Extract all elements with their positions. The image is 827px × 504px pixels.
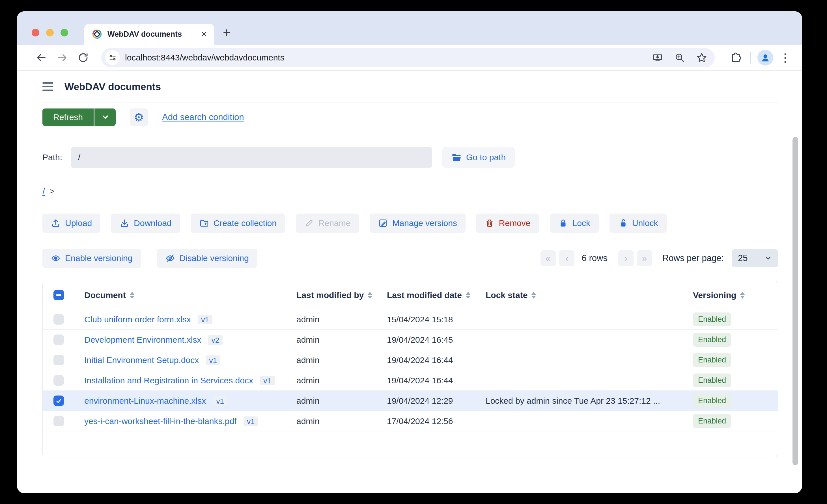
eye-slash-icon xyxy=(165,254,175,263)
path-input[interactable] xyxy=(71,147,432,168)
column-header-versioning[interactable]: Versioning xyxy=(693,290,778,300)
column-header-lock-state[interactable]: Lock state xyxy=(486,290,693,300)
last-modified-by: admin xyxy=(296,376,387,385)
profile-avatar[interactable] xyxy=(758,50,773,65)
page-scrollbar[interactable] xyxy=(792,137,798,465)
table-row[interactable]: yes-i-can-worksheet-fill-in-the-blanks.p… xyxy=(43,411,778,431)
zoom-window-button[interactable] xyxy=(60,29,68,37)
check-icon xyxy=(55,397,62,404)
prev-page-button[interactable]: ‹ xyxy=(559,250,574,266)
refresh-button[interactable]: Refresh xyxy=(42,109,94,126)
create-collection-button[interactable]: Create collection xyxy=(191,214,285,233)
lock-state: Locked by admin since Tue Apr 23 15:27:1… xyxy=(486,396,693,406)
column-header-document[interactable]: Document xyxy=(84,290,296,300)
minimize-window-button[interactable] xyxy=(46,29,54,37)
lock-button[interactable]: Lock xyxy=(550,214,599,233)
version-badge[interactable]: v2 xyxy=(208,335,223,345)
rename-button[interactable]: Rename xyxy=(296,214,359,233)
back-icon[interactable] xyxy=(35,51,48,64)
document-link[interactable]: Development Environment.xlsx xyxy=(84,335,201,344)
rows-count: 6 rows xyxy=(582,253,607,263)
sort-icon[interactable] xyxy=(130,292,134,299)
breadcrumb-root-link[interactable]: / xyxy=(42,186,45,197)
document-link[interactable]: environment-Linux-machine.xlsx xyxy=(84,396,206,405)
add-search-condition-link[interactable]: Add search condition xyxy=(162,112,244,122)
document-link[interactable]: Club uniform order form.xlsx xyxy=(84,315,191,324)
version-badge[interactable]: v1 xyxy=(198,315,212,324)
chevron-down-icon xyxy=(765,255,772,262)
close-window-button[interactable] xyxy=(32,29,39,37)
unlock-button[interactable]: Unlock xyxy=(610,214,667,233)
breadcrumb: / > xyxy=(42,185,778,197)
install-app-icon[interactable] xyxy=(651,51,664,64)
next-page-button[interactable]: › xyxy=(618,250,634,266)
address-bar[interactable]: localhost:8443/webdav/webdavdocuments xyxy=(101,48,715,67)
row-checkbox[interactable] xyxy=(53,395,64,406)
bookmark-star-icon[interactable] xyxy=(695,51,708,64)
go-to-path-button[interactable]: Go to path xyxy=(442,147,515,168)
column-header-modified-date[interactable]: Last modified date xyxy=(387,290,486,300)
manage-versions-button[interactable]: Manage versions xyxy=(370,214,465,233)
row-checkbox[interactable] xyxy=(53,314,64,325)
url-text[interactable]: localhost:8443/webdav/webdavdocuments xyxy=(125,53,642,62)
upload-button[interactable]: Upload xyxy=(42,214,100,233)
close-tab-icon[interactable]: × xyxy=(201,29,207,39)
browser-toolbar: localhost:8443/webdav/webdavdocuments xyxy=(17,45,802,71)
rows-per-page-select[interactable]: 25 xyxy=(732,249,778,267)
select-all-checkbox[interactable] xyxy=(53,290,64,300)
reload-icon[interactable] xyxy=(77,51,90,64)
table-row[interactable]: Development Environment.xlsx v2 admin 19… xyxy=(43,330,778,350)
browser-tab[interactable]: WebDAV documents × xyxy=(84,24,214,45)
lock-icon xyxy=(558,218,568,228)
sort-icon[interactable] xyxy=(466,292,470,299)
trash-icon xyxy=(485,218,494,228)
column-header-modified-by[interactable]: Last modified by xyxy=(296,290,387,300)
last-modified-date: 15/04/2024 15:18 xyxy=(387,315,486,324)
pagination: « ‹ 6 rows › » Rows per page: 25 xyxy=(537,249,778,267)
row-checkbox[interactable] xyxy=(53,416,64,426)
sort-icon[interactable] xyxy=(740,292,745,299)
last-modified-date: 19/04/2024 16:44 xyxy=(387,376,486,385)
last-page-button[interactable]: » xyxy=(637,250,652,266)
menu-hamburger-icon[interactable] xyxy=(42,82,53,91)
first-page-button[interactable]: « xyxy=(540,250,556,266)
row-checkbox[interactable] xyxy=(53,375,64,386)
document-link[interactable]: yes-i-can-worksheet-fill-in-the-blanks.p… xyxy=(84,416,237,426)
browser-window: WebDAV documents × + localhost:8443/webd… xyxy=(17,11,802,493)
enable-versioning-button[interactable]: Enable versioning xyxy=(42,248,141,268)
last-modified-by: admin xyxy=(296,396,387,406)
refresh-split-button: Refresh xyxy=(42,109,116,126)
forward-icon[interactable] xyxy=(55,51,69,64)
browser-menu-icon[interactable]: ⋮ xyxy=(779,52,791,63)
refresh-dropdown-button[interactable] xyxy=(94,109,116,126)
row-checkbox[interactable] xyxy=(53,355,64,365)
sort-icon[interactable] xyxy=(531,292,536,299)
extensions-icon[interactable] xyxy=(729,51,742,64)
documents-table: Document Last modified by Last modified … xyxy=(42,281,778,457)
new-tab-button[interactable]: + xyxy=(223,26,231,39)
version-badge[interactable]: v1 xyxy=(213,396,228,406)
table-row[interactable]: Initial Environment Setup.docx v1 admin … xyxy=(43,350,778,371)
version-badge[interactable]: v1 xyxy=(206,355,220,365)
document-link[interactable]: Installation and Registration in Service… xyxy=(84,376,253,385)
chevron-down-icon xyxy=(100,112,110,122)
row-checkbox[interactable] xyxy=(53,335,64,345)
remove-button[interactable]: Remove xyxy=(476,214,539,233)
versioning-row: Enable versioning Disable versioning « ‹… xyxy=(42,248,778,268)
versioning-status-badge: Enabled xyxy=(693,313,731,326)
download-button[interactable]: Download xyxy=(111,214,180,233)
site-settings-icon[interactable] xyxy=(105,50,120,65)
pencil-icon xyxy=(304,218,314,228)
table-row[interactable]: Installation and Registration in Service… xyxy=(43,371,778,391)
settings-gear-button[interactable]: ⚙ xyxy=(130,109,148,126)
document-link[interactable]: Initial Environment Setup.docx xyxy=(84,355,199,365)
edit-box-icon xyxy=(378,218,388,228)
zoom-in-page-icon[interactable] xyxy=(673,51,686,64)
table-row[interactable]: Club uniform order form.xlsx v1 admin 15… xyxy=(43,310,778,330)
table-row[interactable]: environment-Linux-machine.xlsx v1 admin … xyxy=(43,391,778,411)
tab-title: WebDAV documents xyxy=(107,30,196,39)
sort-icon[interactable] xyxy=(368,292,372,299)
version-badge[interactable]: v1 xyxy=(244,416,258,426)
version-badge[interactable]: v1 xyxy=(260,376,274,385)
disable-versioning-button[interactable]: Disable versioning xyxy=(157,248,257,268)
